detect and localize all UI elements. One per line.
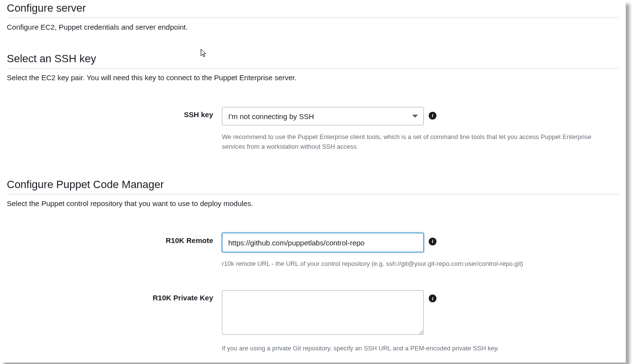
r10k-private-key-row: R10K Private Key i	[7, 290, 619, 337]
ssh-key-hint: We recommend to use the Puppet Enterpris…	[222, 132, 611, 151]
ssh-key-row: SSH key I'm not connecting by SSH i	[7, 107, 619, 125]
ssh-key-section-desc: Select the EC2 key pair. You will need t…	[7, 73, 619, 82]
ssh-key-select-value: I'm not connecting by SSH	[228, 112, 314, 121]
code-manager-title: Configure Puppet Code Manager	[7, 178, 619, 194]
r10k-private-key-input[interactable]	[222, 290, 424, 335]
ssh-key-label: SSH key	[7, 107, 222, 119]
r10k-private-key-hint: If you are using a private Git repositor…	[222, 344, 611, 353]
r10k-remote-hint: r10k remote URL - the URL of your contro…	[222, 259, 611, 269]
code-manager-desc: Select the Puppet control repository tha…	[7, 199, 619, 208]
r10k-remote-row: R10K Remote i	[7, 233, 619, 252]
configure-server-form: Configure server Configure EC2, Puppet c…	[0, 0, 626, 363]
info-icon[interactable]: i	[429, 112, 436, 120]
r10k-remote-input[interactable]	[222, 233, 424, 252]
info-icon[interactable]: i	[429, 238, 436, 245]
ssh-key-select[interactable]: I'm not connecting by SSH	[222, 107, 424, 125]
r10k-remote-label: R10K Remote	[7, 233, 222, 244]
configure-server-desc: Configure EC2, Puppet credentials and se…	[7, 23, 619, 31]
r10k-private-key-label: R10K Private Key	[7, 290, 222, 302]
ssh-key-section-title: Select an SSH key	[7, 52, 619, 69]
info-icon[interactable]: i	[429, 295, 436, 302]
configure-server-title: Configure server	[7, 2, 619, 18]
